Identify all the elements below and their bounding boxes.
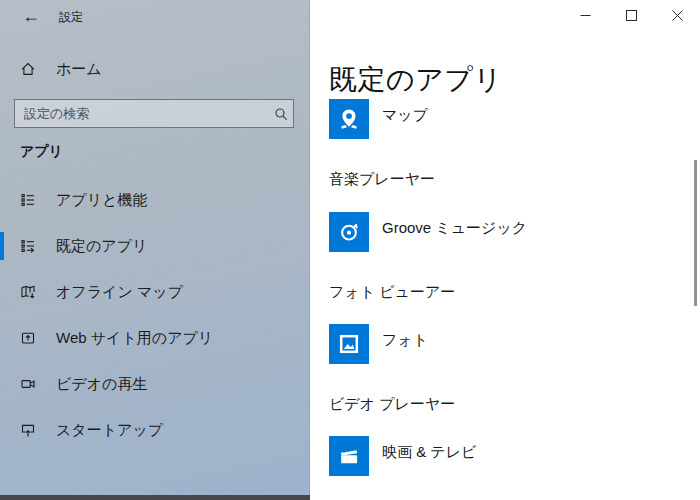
close-button[interactable] bbox=[654, 0, 700, 30]
search-icon[interactable] bbox=[269, 100, 293, 127]
sidebar-item-label: ビデオの再生 bbox=[56, 375, 147, 394]
default-app-maps[interactable]: マップ bbox=[329, 99, 428, 139]
home-icon bbox=[20, 61, 36, 77]
close-icon bbox=[672, 10, 683, 21]
page-title: 既定のアプリ bbox=[329, 61, 503, 99]
category-video-player: ビデオ プレーヤー bbox=[329, 395, 455, 414]
sidebar-item-apps-features[interactable]: アプリと機能 bbox=[0, 182, 310, 218]
apps-features-icon bbox=[20, 192, 36, 208]
sidebar-item-label: ホーム bbox=[56, 60, 102, 79]
sidebar-item-label: 既定のアプリ bbox=[56, 237, 147, 256]
default-app-name: 映画 & テレビ bbox=[382, 443, 476, 462]
default-apps-icon bbox=[20, 238, 36, 254]
back-arrow-icon: ← bbox=[22, 6, 40, 27]
category-photo-viewer: フォト ビューアー bbox=[329, 283, 455, 302]
maximize-icon bbox=[626, 10, 637, 21]
window-title: 設定 bbox=[59, 9, 83, 26]
minimize-button[interactable] bbox=[562, 0, 608, 30]
settings-search-box[interactable] bbox=[14, 99, 294, 128]
sidebar-item-label: スタートアップ bbox=[56, 421, 163, 440]
default-app-movies-tv[interactable]: 映画 & テレビ bbox=[329, 436, 476, 476]
offline-maps-icon bbox=[20, 284, 36, 300]
sidebar-bottom-strip bbox=[0, 495, 310, 500]
sidebar-item-offline-maps[interactable]: オフライン マップ bbox=[0, 274, 310, 310]
photos-app-icon bbox=[329, 324, 369, 364]
default-apps-page: 既定のアプリ マップ 音楽プレーヤー Groove ミュージック フォト ビュー… bbox=[310, 0, 700, 500]
vertical-scrollbar-thumb[interactable] bbox=[694, 160, 697, 306]
sidebar-item-video-playback[interactable]: ビデオの再生 bbox=[0, 366, 310, 402]
sidebar-item-web-apps[interactable]: Web サイト用のアプリ bbox=[0, 320, 310, 356]
sidebar-nav-list: アプリと機能 既定のアプリ オフライン マップ bbox=[0, 182, 310, 458]
window-controls bbox=[562, 0, 700, 30]
default-app-name: Groove ミュージック bbox=[382, 219, 527, 238]
default-app-music[interactable]: Groove ミュージック bbox=[329, 212, 527, 252]
back-button[interactable]: ← bbox=[14, 2, 48, 30]
apps-for-websites-icon bbox=[20, 330, 36, 346]
maps-app-icon bbox=[329, 99, 369, 139]
default-app-name: マップ bbox=[382, 106, 428, 125]
startup-icon bbox=[20, 422, 36, 438]
sidebar-item-default-apps[interactable]: 既定のアプリ bbox=[0, 228, 310, 264]
movies-tv-app-icon bbox=[329, 436, 369, 476]
sidebar-item-label: アプリと機能 bbox=[56, 191, 147, 210]
sidebar-item-startup[interactable]: スタートアップ bbox=[0, 412, 310, 448]
groove-music-app-icon bbox=[329, 212, 369, 252]
video-playback-icon bbox=[20, 376, 36, 392]
sidebar-section-header-apps: アプリ bbox=[20, 143, 63, 161]
search-input[interactable] bbox=[15, 100, 269, 127]
settings-sidebar: ← 設定 ホーム アプリ アプリと機能 bbox=[0, 0, 310, 500]
default-app-photos[interactable]: フォト bbox=[329, 324, 428, 364]
sidebar-item-label: オフライン マップ bbox=[56, 283, 183, 302]
minimize-icon bbox=[580, 10, 591, 21]
category-music-player: 音楽プレーヤー bbox=[329, 170, 435, 189]
sidebar-item-label: Web サイト用のアプリ bbox=[56, 329, 213, 348]
maximize-button[interactable] bbox=[608, 0, 654, 30]
sidebar-item-home[interactable]: ホーム bbox=[0, 54, 310, 84]
default-app-name: フォト bbox=[382, 331, 428, 350]
